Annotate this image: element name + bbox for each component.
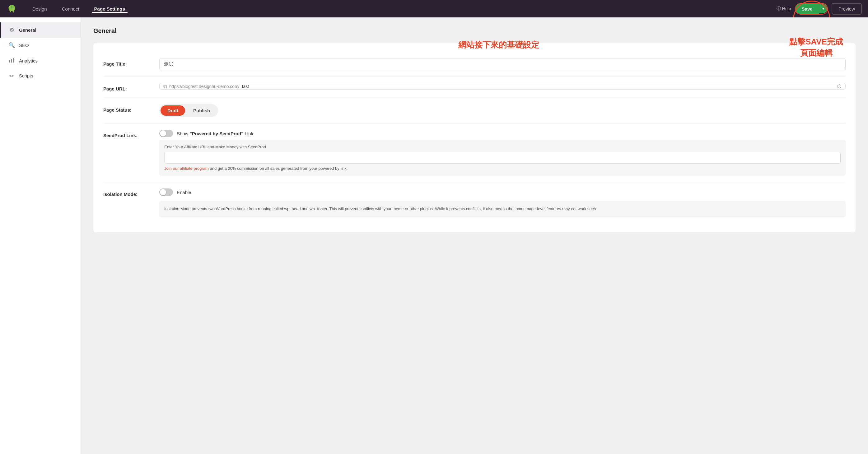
publish-button[interactable]: Publish (186, 105, 217, 116)
page-url-row: Page URL: ⧉ https://blogtest.designhu-de… (103, 77, 846, 98)
url-slug-input[interactable] (242, 84, 835, 89)
general-form: Page Title: Page URL: ⧉ https://blogtest… (93, 43, 856, 232)
save-dropdown-button[interactable]: ▾ (819, 4, 827, 13)
page-url-control: ⧉ https://blogtest.designhu-demo.com/ ⬡ (159, 83, 846, 90)
url-field: ⧉ https://blogtest.designhu-demo.com/ ⬡ (159, 83, 846, 90)
nav-connect[interactable]: Connect (59, 5, 82, 13)
affiliate-link[interactable]: Join our affiliate program (164, 166, 209, 171)
sidebar-item-scripts[interactable]: <> Scripts (0, 69, 81, 83)
page-status-row: Page Status: Draft Publish (103, 98, 846, 124)
isolation-toggle[interactable] (159, 189, 173, 196)
page-status-label: Page Status: (103, 104, 159, 112)
seedprod-toggle-row: Show "Powered by SeedProd" Link (159, 130, 846, 137)
sidebar-label-seo: SEO (19, 42, 29, 48)
isolation-mode-label: Isolation Mode: (103, 189, 159, 197)
save-btn-group: Save ▾ (795, 3, 828, 14)
seedprod-link-control: Show "Powered by SeedProd" Link Enter Yo… (159, 130, 846, 176)
seedprod-link-label: SeedProd Link: (103, 130, 159, 138)
svg-rect-0 (9, 60, 10, 63)
isolation-toggle-label: Enable (177, 190, 191, 195)
section-title: General (93, 27, 856, 34)
page-title-row: Page Title: (103, 52, 846, 77)
isolation-description: Isolation Mode prevents two WordPress ho… (159, 201, 846, 217)
nav-design[interactable]: Design (30, 5, 50, 13)
draft-button[interactable]: Draft (160, 105, 185, 116)
page-title-label: Page Title: (103, 58, 159, 67)
svg-rect-2 (13, 58, 14, 63)
scripts-icon: <> (8, 73, 14, 78)
affiliate-desc: Enter Your Affiliate URL and Make Money … (164, 144, 841, 149)
page-title-input[interactable] (159, 58, 846, 70)
content-area: 網站接下來的基礎設定 點擊SAVE完成頁面編輯 General Page Tit… (81, 18, 868, 454)
seedprod-link-row: SeedProd Link: Show "Powered by SeedProd… (103, 124, 846, 182)
help-label: Help (782, 6, 791, 11)
svg-rect-1 (11, 59, 12, 63)
sidebar-label-analytics: Analytics (19, 58, 38, 63)
copy-icon[interactable]: ⧉ (163, 84, 167, 89)
affiliate-link-suffix: and get a 20% commission on all sales ge… (210, 166, 347, 171)
nav-page-settings[interactable]: Page Settings (92, 5, 128, 13)
help-button[interactable]: ⓘ Help (777, 6, 791, 11)
sidebar-item-general[interactable]: ⚙ General (0, 22, 81, 38)
main-layout: ⚙ General 🔍 SEO Analytics <> Scripts 網站接… (0, 18, 868, 454)
seedprod-toggle-label: Show "Powered by SeedProd" Link (177, 131, 253, 136)
sidebar: ⚙ General 🔍 SEO Analytics <> Scripts (0, 18, 81, 454)
search-icon: 🔍 (8, 42, 14, 48)
help-icon: ⓘ (777, 6, 781, 11)
sidebar-label-scripts: Scripts (19, 73, 33, 78)
analytics-icon (8, 57, 14, 64)
topnav-right-actions: ⓘ Help Save ▾ Preview (777, 3, 862, 14)
save-button[interactable]: Save (796, 4, 819, 14)
seedprod-toggle[interactable] (159, 130, 173, 137)
save-button-group-wrapper: Save ▾ (795, 3, 828, 14)
app-logo (6, 3, 18, 14)
affiliate-link-text: Join our affiliate program and get a 20%… (164, 166, 841, 171)
isolation-mode-control: Enable Isolation Mode prevents two WordP… (159, 189, 846, 217)
affiliate-box: Enter Your Affiliate URL and Make Money … (159, 140, 846, 176)
url-base: https://blogtest.designhu-demo.com/ (169, 84, 240, 89)
seedprod-brand: "Powered by SeedProd" (190, 131, 244, 136)
page-title-control (159, 58, 846, 70)
top-navigation: Design Connect Page Settings ⓘ Help Save… (0, 0, 868, 18)
status-toggle: Draft Publish (159, 104, 218, 117)
sidebar-item-analytics[interactable]: Analytics (0, 53, 81, 69)
isolation-toggle-row: Enable (159, 189, 846, 196)
page-url-label: Page URL: (103, 83, 159, 91)
preview-button[interactable]: Preview (832, 3, 862, 14)
open-external-icon[interactable]: ⬡ (837, 83, 842, 89)
affiliate-url-input[interactable] (164, 152, 841, 164)
page-status-control: Draft Publish (159, 104, 846, 117)
sidebar-item-seo[interactable]: 🔍 SEO (0, 38, 81, 53)
isolation-mode-row: Isolation Mode: Enable Isolation Mode pr… (103, 182, 846, 224)
sidebar-label-general: General (19, 27, 36, 33)
gear-icon: ⚙ (8, 27, 14, 33)
